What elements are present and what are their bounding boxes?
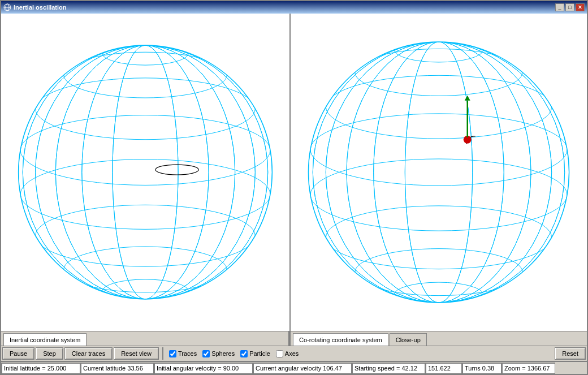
main-window: Inertial oscillation _ □ ✕ Inertial coor…	[0, 0, 588, 375]
initial-angular-velocity-field: Initial angular velocity = 90.00	[154, 363, 253, 374]
tab-closeup[interactable]: Close-up	[390, 333, 427, 346]
pause-button[interactable]: Pause	[2, 347, 34, 360]
initial-latitude-field: Initial latitude = 25.000	[1, 363, 80, 374]
left-panel: Inertial coordinate system	[1, 14, 291, 346]
maximize-button[interactable]: □	[565, 3, 574, 11]
left-tab-bar: Inertial coordinate system	[1, 331, 289, 346]
traces-label: Traces	[178, 350, 197, 357]
step-button[interactable]: Step	[36, 347, 63, 360]
close-button[interactable]: ✕	[576, 3, 585, 11]
reset-view-button[interactable]: Reset view	[114, 347, 159, 360]
tab-inertial[interactable]: Inertial coordinate system	[3, 333, 87, 346]
particle-checkbox-group: Particle	[238, 350, 273, 357]
spheres-checkbox-group: Spheres	[200, 350, 237, 357]
clear-traces-button[interactable]: Clear traces	[64, 347, 113, 360]
minimize-button[interactable]: _	[555, 3, 564, 11]
right-panel: Co-rotating coordinate system Close-up	[291, 14, 587, 346]
particle-checkbox[interactable]	[240, 350, 248, 357]
right-sphere-canvas[interactable]	[291, 14, 587, 331]
current-angular-velocity-field: Current angular velocity 106.47	[253, 363, 352, 374]
spheres-label: Spheres	[211, 350, 235, 357]
app-icon	[3, 3, 11, 11]
zoom-field: Zoom = 1366.67	[501, 363, 555, 374]
right-tab-bar: Co-rotating coordinate system Close-up	[291, 331, 587, 346]
axes-checkbox-group: Axes	[274, 350, 301, 357]
current-latitude-field: Current latitude 33.56	[80, 363, 154, 374]
titlebar: Inertial oscillation _ □ ✕	[1, 1, 587, 14]
right-sphere-container	[291, 14, 587, 331]
reset-button[interactable]: Reset	[555, 347, 586, 360]
window-title: Inertial oscillation	[14, 4, 67, 11]
particle-label: Particle	[249, 350, 270, 357]
left-sphere-container	[1, 14, 289, 331]
separator-1	[162, 347, 163, 360]
panels-row: Inertial coordinate system Co-rotating c…	[1, 14, 587, 346]
traces-checkbox-group: Traces	[167, 350, 199, 357]
axes-checkbox[interactable]	[276, 350, 283, 357]
value-151-field: 151.622	[425, 363, 462, 374]
tab-corotating[interactable]: Co-rotating coordinate system	[293, 333, 388, 346]
controls-bar: Pause Step Clear traces Reset view Trace…	[1, 346, 587, 361]
left-sphere-canvas[interactable]	[1, 14, 289, 331]
window-controls: _ □ ✕	[555, 3, 585, 11]
starting-speed-field: Starting speed = 42.12	[352, 363, 425, 374]
turns-field: Turns 0.38	[462, 363, 501, 374]
axes-label: Axes	[285, 350, 299, 357]
traces-checkbox[interactable]	[169, 350, 176, 357]
spheres-checkbox[interactable]	[202, 350, 210, 357]
status-bar: Initial latitude = 25.000 Current latitu…	[1, 361, 587, 374]
titlebar-left: Inertial oscillation	[3, 3, 67, 11]
